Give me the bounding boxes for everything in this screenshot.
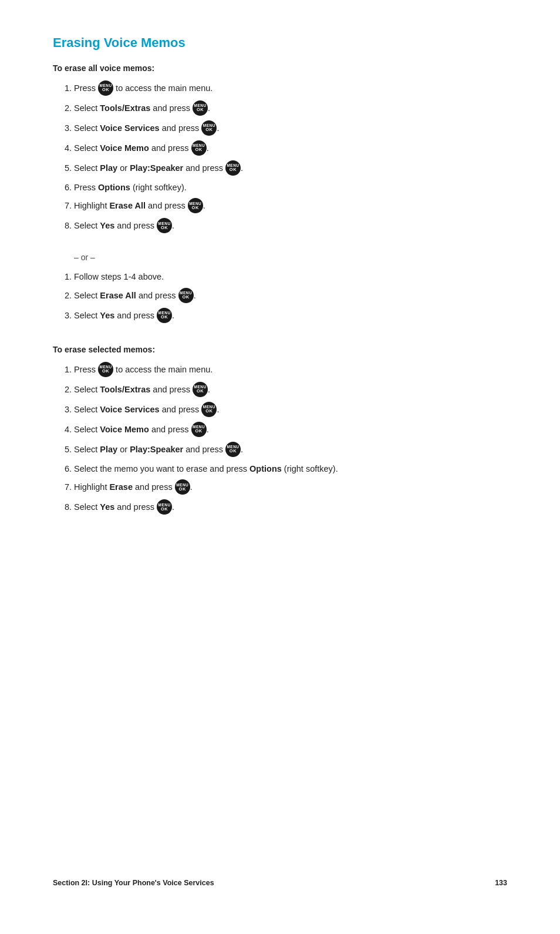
menu-ok-icon: MENUOK — [98, 362, 113, 377]
menu-ok-icon: MENUOK — [225, 160, 241, 176]
or-separator: – or – — [53, 253, 507, 262]
menu-ok-icon: MENUOK — [201, 120, 217, 136]
page: Erasing Voice Memos To erase all voice m… — [0, 0, 560, 934]
menu-ok-icon: MENUOK — [193, 100, 208, 116]
menu-ok-icon: MENUOK — [157, 499, 172, 515]
page-footer: Section 2I: Using Your Phone's Voice Ser… — [53, 861, 507, 887]
list-item: Select Tools/Extras and press MENUOK. — [74, 101, 507, 116]
menu-ok-icon: MENUOK — [157, 308, 172, 323]
erase-all-alt-steps-list: Follow steps 1-4 above. Select Erase All… — [74, 270, 507, 328]
menu-ok-icon: MENUOK — [191, 422, 207, 437]
menu-ok-icon: MENUOK — [225, 442, 241, 457]
list-item: Press MENUOK to access the main menu. — [74, 81, 507, 96]
list-item: Highlight Erase All and press MENUOK. — [74, 199, 507, 214]
list-item: Select Voice Memo and press MENUOK. — [74, 422, 507, 438]
list-item: Press Options (right softkey). — [74, 181, 507, 194]
list-item: Press MENUOK to access the main menu. — [74, 362, 507, 378]
menu-ok-icon: MENUOK — [178, 288, 194, 303]
footer-section-label: Section 2I: Using Your Phone's Voice Ser… — [53, 879, 214, 887]
menu-ok-icon: MENUOK — [157, 218, 172, 233]
list-item: Select Yes and press MENUOK. — [74, 219, 507, 234]
menu-ok-icon: MENUOK — [98, 80, 113, 96]
list-item: Select Tools/Extras and press MENUOK. — [74, 382, 507, 398]
list-item: Select the memo you want to erase and pr… — [74, 462, 507, 475]
list-item: Select Voice Memo and press MENUOK. — [74, 141, 507, 156]
menu-ok-icon: MENUOK — [201, 402, 217, 417]
list-item: Select Yes and press MENUOK. — [74, 500, 507, 515]
section-all-label: To erase all voice memos: — [53, 63, 507, 73]
menu-ok-icon: MENUOK — [193, 382, 208, 397]
footer-page-number: 133 — [495, 879, 507, 887]
list-item: Highlight Erase and press MENUOK. — [74, 480, 507, 495]
list-item: Select Erase All and press MENUOK. — [74, 288, 507, 304]
menu-ok-icon: MENUOK — [175, 479, 190, 495]
list-item: Select Yes and press MENUOK. — [74, 308, 507, 324]
list-item: Select Voice Services and press MENUOK. — [74, 402, 507, 418]
list-item: Select Play or Play:Speaker and press ME… — [74, 442, 507, 458]
menu-ok-icon: MENUOK — [191, 140, 207, 156]
list-item: Select Play or Play:Speaker and press ME… — [74, 161, 507, 176]
section-selected-label: To erase selected memos: — [53, 345, 507, 354]
list-item: Follow steps 1-4 above. — [74, 270, 507, 283]
menu-ok-icon: MENUOK — [188, 198, 203, 213]
erase-all-steps-list: Press MENUOK to access the main menu. Se… — [74, 81, 507, 238]
erase-selected-steps-list: Press MENUOK to access the main menu. Se… — [74, 362, 507, 520]
page-title: Erasing Voice Memos — [53, 35, 507, 51]
list-item: Select Voice Services and press MENUOK. — [74, 121, 507, 136]
